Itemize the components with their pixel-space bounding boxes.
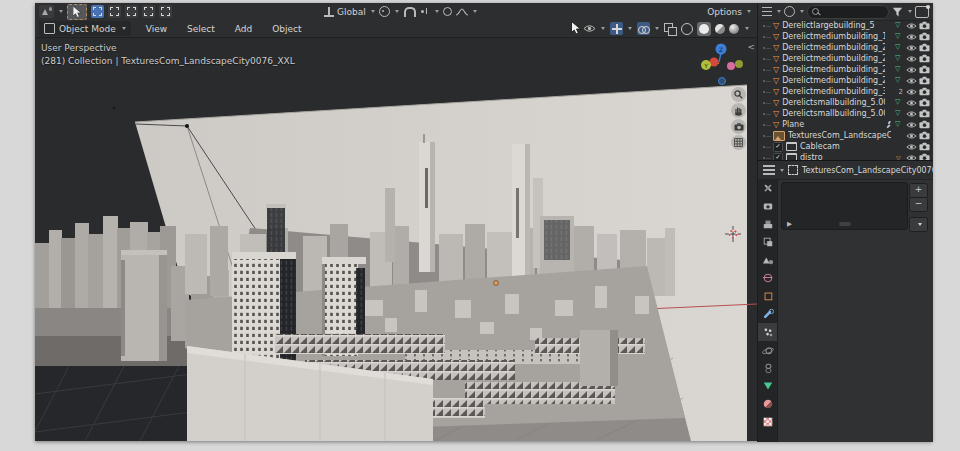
hide-eye-icon[interactable]	[906, 77, 917, 85]
list-remove-button[interactable]: −	[909, 197, 928, 212]
particle-system-list[interactable]: ▶	[781, 182, 908, 230]
display-mode-dropdown[interactable]	[784, 6, 804, 17]
snap-target-dropdown[interactable]	[421, 7, 439, 16]
outliner-row[interactable]: ✓ ▽ Derelictlargebuilding_5 ▽ ▽	[758, 20, 933, 31]
list-specials-button[interactable]	[909, 217, 928, 232]
properties-tab[interactable]	[758, 359, 777, 377]
select-mode-invert-button[interactable]	[142, 5, 155, 18]
navigation-gizmo[interactable]: Z Y	[693, 40, 745, 94]
outliner-row[interactable]: ✓ ▽ Derelictsmallbuilding_5.001 ▽ ▽	[758, 97, 933, 108]
filter-dropdown[interactable]	[892, 7, 912, 17]
outliner-editor-selector[interactable]	[762, 7, 781, 17]
camera-render-icon[interactable]	[919, 43, 930, 52]
xray-toggle[interactable]	[664, 23, 676, 35]
list-filter-expand-arrow[interactable]: ▶	[787, 220, 792, 228]
options-button[interactable]: Options	[707, 7, 751, 17]
new-collection-button[interactable]	[915, 6, 929, 18]
viewport-canvas[interactable]: User Perspective (281) Collection | Text…	[35, 38, 757, 441]
properties-tab[interactable]	[758, 233, 777, 251]
camera-render-icon[interactable]	[919, 76, 930, 85]
collection-checkbox[interactable]: ✓	[773, 153, 783, 161]
properties-tab[interactable]	[758, 179, 777, 197]
outliner-row[interactable]: ✓ ▽ Cablecam ▽ ▽	[758, 141, 933, 152]
hide-eye-icon[interactable]	[906, 33, 917, 41]
shading-rendered-button[interactable]	[729, 24, 739, 34]
editor-type-selector[interactable]	[39, 5, 63, 18]
select-mode-extend-button[interactable]	[108, 5, 121, 18]
show-overlays-toggle[interactable]	[637, 22, 659, 35]
outliner-search[interactable]	[807, 5, 889, 19]
outliner-row[interactable]: ✓ ▽ Derelictmediumbuilding_2 ▽ ▽	[758, 75, 933, 86]
active-tool-button[interactable]	[67, 4, 87, 20]
outliner-row[interactable]: ✓ ▽ Derelictmediumbuilding_2.002 ▽ ▽	[758, 53, 933, 64]
shading-material-button[interactable]	[715, 24, 725, 34]
properties-tab[interactable]	[758, 341, 777, 359]
hide-eye-icon[interactable]	[906, 44, 917, 52]
properties-tab[interactable]	[758, 287, 777, 305]
hide-eye-icon[interactable]	[906, 88, 917, 96]
outliner-row[interactable]: ✓ ▽ Derelictmediumbuilding_2.003 ▽ ▽	[758, 64, 933, 75]
hide-eye-icon[interactable]	[906, 22, 917, 30]
menu-item[interactable]: Object	[267, 23, 306, 35]
select-mode-new-button[interactable]	[91, 5, 104, 18]
camera-render-icon[interactable]	[919, 120, 930, 129]
camera-render-icon[interactable]	[919, 32, 930, 41]
camera-render-icon[interactable]	[919, 109, 930, 118]
perspective-toggle-button[interactable]	[731, 135, 746, 150]
select-mode-intersect-button[interactable]	[159, 5, 172, 18]
menu-item[interactable]: View	[141, 23, 172, 35]
sidebar-collapse-icon[interactable]: <	[747, 42, 755, 52]
hide-eye-icon[interactable]	[906, 66, 917, 74]
properties-tab[interactable]	[758, 251, 777, 269]
hide-eye-icon[interactable]	[906, 143, 917, 151]
outliner-row[interactable]: ✓ ▽ TexturesCom_LandscapeCity0076_X ▽ ▽	[758, 130, 933, 141]
pivot-point-dropdown[interactable]	[379, 6, 399, 17]
mode-dropdown[interactable]: Object Mode	[39, 21, 131, 36]
list-add-button[interactable]: +	[909, 183, 928, 198]
hide-eye-icon[interactable]	[906, 55, 917, 63]
camera-render-icon[interactable]	[919, 153, 930, 160]
pan-button[interactable]	[731, 103, 746, 118]
properties-tab[interactable]	[758, 395, 777, 413]
properties-tab[interactable]	[758, 413, 777, 431]
properties-tab[interactable]	[758, 215, 777, 233]
show-gizmo-toggle[interactable]	[610, 22, 632, 35]
select-mode-subtract-button[interactable]	[125, 5, 138, 18]
search-input[interactable]	[822, 7, 884, 16]
properties-tab[interactable]	[758, 377, 777, 395]
camera-render-icon[interactable]	[919, 142, 930, 151]
transform-orientation-dropdown[interactable]: Global	[324, 7, 375, 17]
properties-tab[interactable]	[758, 197, 777, 215]
properties-tab[interactable]	[758, 269, 777, 287]
hide-eye-icon[interactable]	[906, 99, 917, 107]
camera-render-icon[interactable]	[919, 131, 930, 140]
camera-render-icon[interactable]	[919, 54, 930, 63]
outliner-row[interactable]: ✓ ▽ Derelictsmallbuilding_5.002 ▽ ▽	[758, 108, 933, 119]
outliner-row[interactable]: ✓ ▽ Derelictmediumbuilding_3.001 ▽ ▽ 2	[758, 86, 933, 97]
zoom-button[interactable]	[731, 87, 746, 102]
hide-eye-icon[interactable]	[906, 132, 917, 140]
proportional-falloff-dropdown[interactable]	[456, 8, 477, 16]
outliner-row[interactable]: ✓ ▽ distro ▽ ▽	[758, 152, 933, 160]
properties-editor-selector[interactable]	[763, 165, 784, 175]
collection-checkbox[interactable]: ✓	[773, 142, 783, 152]
camera-render-icon[interactable]	[919, 21, 930, 30]
shading-solid-button[interactable]	[697, 22, 711, 36]
menu-item[interactable]: Select	[182, 23, 220, 35]
outliner-row[interactable]: ✓ ▽ Derelictmediumbuilding_2.001 ▽ ▽	[758, 42, 933, 53]
menu-item[interactable]: Add	[230, 23, 257, 35]
snap-toggle[interactable]	[403, 7, 417, 17]
camera-view-button[interactable]	[731, 119, 746, 134]
properties-tab[interactable]	[758, 323, 777, 341]
list-resize-grip[interactable]	[839, 222, 851, 226]
properties-tab[interactable]	[758, 305, 777, 323]
object-visibility-dropdown[interactable]	[583, 24, 605, 33]
outliner-row[interactable]: ✓ ▽ Plane ▽ ▽	[758, 119, 933, 130]
camera-render-icon[interactable]	[919, 87, 930, 96]
hide-eye-icon[interactable]	[906, 110, 917, 118]
camera-render-icon[interactable]	[919, 98, 930, 107]
proportional-edit-toggle[interactable]	[443, 7, 452, 16]
camera-render-icon[interactable]	[919, 65, 930, 74]
outliner-row[interactable]: ✓ ▽ Derelictmediumbuilding_1.001 ▽ ▽	[758, 31, 933, 42]
hide-eye-icon[interactable]	[906, 121, 917, 129]
